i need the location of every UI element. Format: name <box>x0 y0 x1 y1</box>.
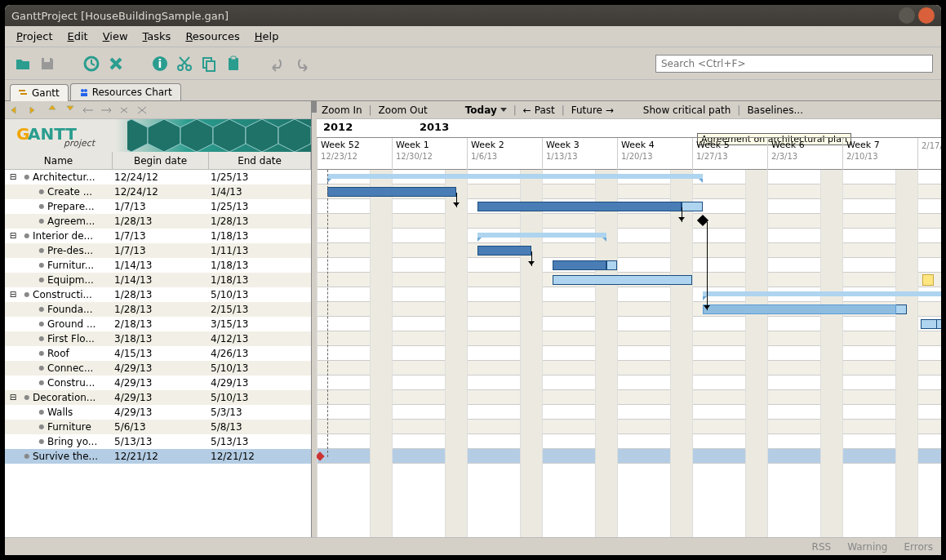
cut-icon[interactable] <box>175 54 194 73</box>
task-row[interactable]: ●Prepare...1/7/131/25/13 <box>5 199 311 214</box>
column-end[interactable]: End date <box>209 152 311 169</box>
task-row[interactable]: ●Walls4/29/135/3/13 <box>5 405 311 420</box>
past-button[interactable]: ← Past <box>523 104 555 116</box>
zoom-out-button[interactable]: Zoom Out <box>379 104 428 116</box>
status-rss[interactable]: RSS <box>812 541 832 553</box>
task-row[interactable]: ⊟●Constructi...1/28/135/10/13 <box>5 287 311 302</box>
gantt-chart[interactable] <box>317 170 941 537</box>
tab-gantt[interactable]: Gantt <box>10 84 69 101</box>
task-name: Decoration... <box>33 392 111 403</box>
task-bullet-icon: ● <box>21 393 33 401</box>
gantt-bar[interactable] <box>477 233 606 238</box>
menu-edit[interactable]: Edit <box>61 29 95 44</box>
task-row[interactable]: ⊟●Interior de...1/7/131/18/13 <box>5 229 311 243</box>
task-end: 5/3/13 <box>207 407 311 418</box>
task-row[interactable]: ●Furnitur...1/14/131/18/13 <box>5 258 311 273</box>
future-button[interactable]: Future → <box>571 104 614 116</box>
task-begin: 12/24/12 <box>111 186 207 198</box>
task-row[interactable]: ●Create ...12/24/121/4/13 <box>5 184 311 199</box>
resources-tab-icon <box>79 87 89 97</box>
gantt-bar[interactable] <box>327 187 456 197</box>
open-icon[interactable] <box>13 54 33 73</box>
critical-path-button[interactable]: Show critical path <box>643 104 731 116</box>
tab-label: Resources Chart <box>92 87 172 98</box>
zoom-in-button[interactable]: Zoom In <box>322 104 362 116</box>
gantt-bar[interactable] <box>703 304 896 314</box>
svg-marker-19 <box>180 119 213 152</box>
menu-project[interactable]: Project <box>10 29 60 44</box>
gantt-logo-icon: G ANTT project <box>16 122 114 149</box>
indent-icon[interactable] <box>100 104 113 117</box>
column-name[interactable]: Name <box>5 152 113 169</box>
task-begin: 1/14/13 <box>111 260 207 271</box>
history-icon[interactable] <box>82 54 101 73</box>
save-icon[interactable] <box>38 54 57 73</box>
gantt-bar[interactable] <box>553 260 606 270</box>
gantt-bar[interactable] <box>477 202 682 211</box>
search-input[interactable] <box>655 55 933 73</box>
menu-tasks[interactable]: Tasks <box>136 29 178 44</box>
task-row[interactable]: ●Roof4/15/134/26/13 <box>5 346 311 361</box>
task-row[interactable]: ●Ground ...2/18/133/15/13 <box>5 317 311 331</box>
task-begin: 12/21/12 <box>111 451 207 462</box>
unlink-icon[interactable] <box>135 104 149 117</box>
note-icon[interactable] <box>922 274 934 286</box>
expand-toggle[interactable]: ⊟ <box>5 231 21 240</box>
nav-back-icon[interactable] <box>10 104 23 117</box>
task-end: 4/29/13 <box>207 377 311 389</box>
menu-help[interactable]: Help <box>248 29 286 44</box>
week-cell: Week 112/30/12 <box>392 138 467 170</box>
task-name: First Flo... <box>47 333 111 344</box>
delete-icon[interactable] <box>106 54 126 73</box>
redo-icon[interactable] <box>292 54 312 73</box>
content-area: G ANTT project Name Be <box>5 101 941 537</box>
gantt-bar[interactable] <box>921 319 937 329</box>
link-icon[interactable] <box>118 104 131 117</box>
menu-view[interactable]: View <box>96 29 135 44</box>
gantt-bar[interactable] <box>327 174 703 179</box>
nav-forward-icon[interactable] <box>28 104 41 117</box>
column-begin[interactable]: Begin date <box>113 152 209 169</box>
task-row[interactable]: ●Connec...4/29/135/10/13 <box>5 361 311 376</box>
timeline-header: 2012 2013 Agreement on architectural pla… <box>317 119 941 170</box>
nav-down-icon[interactable] <box>64 104 77 117</box>
baselines-button[interactable]: Baselines... <box>747 104 803 116</box>
task-end: 5/8/13 <box>207 421 311 433</box>
svg-rect-13 <box>81 93 87 96</box>
copy-icon[interactable] <box>199 54 219 73</box>
paste-icon[interactable] <box>224 54 243 73</box>
info-icon[interactable]: i <box>150 54 170 73</box>
status-warning[interactable]: Warning <box>847 541 887 553</box>
task-row[interactable]: ●Pre-des...1/7/131/11/13 <box>5 243 311 258</box>
today-button[interactable]: Today <box>465 104 507 116</box>
task-row[interactable]: ●Constru...4/29/134/29/13 <box>5 376 311 390</box>
expand-toggle[interactable]: ⊟ <box>5 172 21 181</box>
task-name: Equipm... <box>47 274 111 286</box>
undo-icon[interactable] <box>268 54 287 73</box>
task-end: 1/18/13 <box>207 230 311 242</box>
menu-resources[interactable]: Resources <box>179 29 246 44</box>
task-row[interactable]: ●First Flo...3/18/134/12/13 <box>5 331 311 346</box>
nav-up-icon[interactable] <box>46 104 59 117</box>
expand-toggle[interactable]: ⊟ <box>5 393 21 402</box>
task-row[interactable]: ⊟●Architectur...12/24/121/25/13 <box>5 170 311 184</box>
close-button[interactable] <box>918 7 935 24</box>
svg-marker-22 <box>278 119 311 152</box>
task-row[interactable]: ●Survive the...12/21/1212/21/12 <box>5 449 311 464</box>
task-row[interactable]: ●Bring yo...5/13/135/13/13 <box>5 434 311 449</box>
gantt-bar[interactable] <box>553 275 692 285</box>
expand-toggle[interactable]: ⊟ <box>5 290 21 299</box>
task-row[interactable]: ●Furniture5/6/135/8/13 <box>5 420 311 434</box>
outdent-icon[interactable] <box>82 104 95 117</box>
gantt-bar[interactable] <box>477 246 531 256</box>
svg-rect-9 <box>19 90 25 91</box>
task-row[interactable]: ⊟●Decoration...4/29/135/10/13 <box>5 390 311 405</box>
status-errors[interactable]: Errors <box>904 541 933 553</box>
task-row[interactable]: ●Agreem...1/28/131/28/13 <box>5 214 311 229</box>
task-row[interactable]: ●Equipm...1/14/131/18/13 <box>5 273 311 287</box>
gantt-bar[interactable] <box>703 291 941 296</box>
tab-resources[interactable]: Resources Chart <box>70 83 181 100</box>
minimize-button[interactable] <box>899 7 915 24</box>
task-row[interactable]: ●Founda...1/28/132/15/13 <box>5 302 311 317</box>
toolbar: i <box>5 47 941 80</box>
